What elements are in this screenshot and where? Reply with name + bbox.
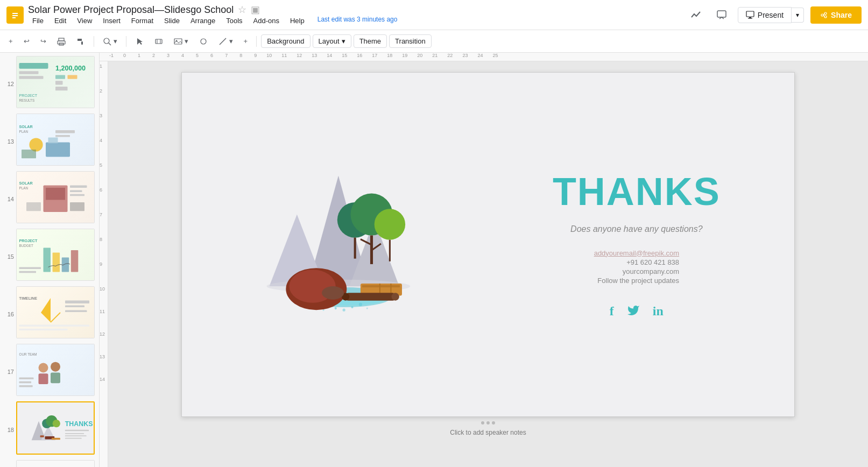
svg-rect-62 <box>19 324 90 327</box>
toolbar-sep-2 <box>126 36 126 47</box>
svg-rect-49 <box>70 194 84 196</box>
menu-tools[interactable]: Tools <box>222 16 246 26</box>
svg-rect-1 <box>12 13 18 14</box>
slide-thumb-12[interactable]: 1,200,000 PROJECT RESULTS <box>16 56 95 108</box>
toolbar-cursor[interactable] <box>131 33 148 49</box>
menu-arrange[interactable]: Arrange <box>186 16 220 26</box>
slide-thumb-15[interactable]: PROJECT BUDGET <box>16 229 95 281</box>
menu-edit[interactable]: Edit <box>50 16 70 26</box>
menu-view[interactable]: View <box>73 16 96 26</box>
toolbar-undo[interactable]: ↩ <box>19 33 34 49</box>
svg-line-9 <box>823 15 824 16</box>
toolbar-shapes[interactable] <box>195 33 212 49</box>
linkedin-icon[interactable]: in <box>653 304 664 320</box>
svg-rect-61 <box>65 310 87 312</box>
toolbar-add[interactable]: + <box>4 33 17 49</box>
slide-thumb-14[interactable]: SOLAR PLAN <box>16 171 95 223</box>
speaker-notes[interactable]: Click to add speaker notes <box>450 429 526 436</box>
present-group: Present ▾ <box>738 7 804 23</box>
activity-icon[interactable] <box>686 5 705 25</box>
chat-icon[interactable] <box>712 5 731 25</box>
transition-button[interactable]: Transition <box>389 34 432 48</box>
menu-insert[interactable]: Insert <box>98 16 125 26</box>
toolbar-image[interactable]: ▾ <box>170 33 193 49</box>
svg-rect-2 <box>12 15 18 16</box>
svg-point-67 <box>51 362 60 371</box>
share-button[interactable]: Share <box>810 6 862 24</box>
toolbar-redo[interactable]: ↪ <box>36 33 51 49</box>
thanks-heading: THANKS <box>553 169 721 214</box>
svg-rect-16 <box>156 39 162 44</box>
svg-rect-40 <box>55 135 70 137</box>
slide-thumb-16[interactable]: TIMELINE <box>16 286 95 338</box>
svg-rect-29 <box>55 81 63 84</box>
toolbar-special[interactable]: + <box>239 33 252 49</box>
slide-thumb-17[interactable]: OUR TEAM <box>16 344 95 396</box>
svg-line-22 <box>220 38 226 45</box>
slide-thumb-18[interactable]: THANKS <box>16 401 95 455</box>
svg-rect-23 <box>19 63 48 69</box>
svg-text:SOLAR: SOLAR <box>19 180 33 185</box>
svg-rect-69 <box>19 377 34 379</box>
menu-format[interactable]: Format <box>127 16 158 26</box>
svg-text:RESULTS: RESULTS <box>19 98 35 102</box>
present-dropdown[interactable]: ▾ <box>792 8 804 23</box>
menu-file[interactable]: File <box>28 16 48 26</box>
svg-point-116 <box>322 286 344 300</box>
toolbar-lines[interactable]: ▾ <box>214 33 237 49</box>
svg-rect-83 <box>65 435 87 436</box>
svg-rect-19 <box>174 39 182 44</box>
last-edit[interactable]: Last edit was 3 minutes ago <box>317 16 398 26</box>
toolbar: + ↩ ↪ ▾ ▾ ▾ + Background Layout ▾ Theme … <box>0 30 868 53</box>
slide-num-14: 14 <box>4 196 14 202</box>
svg-rect-25 <box>19 76 44 79</box>
slide-thumb-13[interactable]: SOLAR PLAN <box>16 114 95 166</box>
svg-rect-71 <box>19 385 33 387</box>
app-icon[interactable] <box>6 6 24 24</box>
canvas-area: -1 0 1 2 3 4 5 6 7 8 9 10 11 12 13 14 15 <box>100 53 868 467</box>
svg-line-8 <box>823 13 824 15</box>
svg-rect-36 <box>46 142 70 157</box>
svg-rect-82 <box>65 433 84 434</box>
toolbar-sep-3 <box>256 36 257 47</box>
svg-rect-27 <box>55 75 65 79</box>
svg-point-102 <box>342 308 345 311</box>
svg-point-104 <box>359 302 362 306</box>
slide-row-12: 12 1,200,000 PROJECT <box>2 56 97 111</box>
menu-addons[interactable]: Add-ons <box>249 16 284 26</box>
theme-button[interactable]: Theme <box>354 34 387 48</box>
svg-rect-110 <box>362 285 400 287</box>
svg-rect-46 <box>70 202 84 211</box>
layout-button[interactable]: Layout ▾ <box>313 34 351 48</box>
menu-help[interactable]: Help <box>286 16 309 26</box>
present-button[interactable]: Present <box>738 7 792 23</box>
svg-point-14 <box>104 38 109 44</box>
star-icon[interactable]: ☆ <box>238 4 246 16</box>
title-area: Solar Power Project Proposal—Slidesgo Sc… <box>28 4 682 26</box>
top-right-buttons: Present ▾ Share <box>686 5 862 25</box>
slide-illustration <box>182 73 500 416</box>
toolbar-paintformat[interactable] <box>72 33 89 49</box>
toolbar-print[interactable] <box>53 33 70 49</box>
canvas-scroll[interactable]: THANKS Does anyone have any questions? a… <box>108 61 868 467</box>
svg-rect-28 <box>68 75 77 79</box>
facebook-icon[interactable]: f <box>610 304 614 320</box>
folder-icon[interactable]: ▣ <box>251 4 260 16</box>
twitter-icon[interactable] <box>627 304 640 320</box>
svg-text:PLAN: PLAN <box>19 129 29 133</box>
toolbar-textbox[interactable] <box>150 33 167 49</box>
slide-thumb-19[interactable]: CHANGE <box>16 460 95 467</box>
slide-row-13: 13 SOLAR PLAN <box>2 114 97 169</box>
background-button[interactable]: Background <box>261 34 310 48</box>
menu-slide[interactable]: Slide <box>160 16 184 26</box>
svg-rect-60 <box>65 305 84 307</box>
slide-num-15: 15 <box>4 253 14 260</box>
svg-rect-48 <box>70 190 82 192</box>
svg-rect-11 <box>58 41 65 44</box>
slide-panel: 12 1,200,000 PROJECT <box>0 53 100 467</box>
svg-rect-66 <box>39 373 48 384</box>
toolbar-zoom[interactable]: ▾ <box>98 33 122 49</box>
svg-rect-3 <box>12 17 16 18</box>
slide-list: 12 1,200,000 PROJECT <box>2 56 97 467</box>
svg-rect-52 <box>44 247 51 272</box>
